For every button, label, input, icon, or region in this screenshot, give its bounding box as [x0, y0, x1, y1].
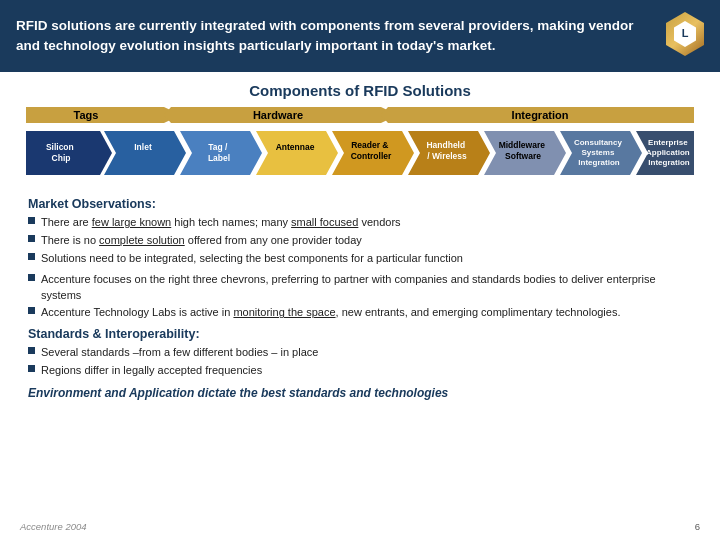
- underline-text-2: small focused: [291, 216, 358, 228]
- underline-text: few large known: [92, 216, 172, 228]
- underline-text-3: complete solution: [99, 234, 185, 246]
- header-section: RFID solutions are currently integrated …: [0, 0, 720, 72]
- logo-inner: L: [674, 21, 696, 47]
- underline-text-4: monitoring the space: [233, 306, 335, 318]
- bullet-icon-4: [28, 274, 35, 281]
- header-text: RFID solutions are currently integrated …: [16, 16, 640, 55]
- standards-bullet-1: Several standards –from a few different …: [28, 345, 692, 360]
- seg-antennae: [256, 131, 338, 175]
- logo-shape: L: [666, 12, 704, 56]
- content-area: Market Observations: There are few large…: [0, 183, 720, 400]
- arrow-diagram: Tags Hardware Integration Silicon Chip I…: [16, 105, 704, 181]
- cat-int-label: Integration: [512, 109, 569, 121]
- bullet-item: There are few large known high tech name…: [28, 215, 692, 230]
- bullet-item-2: There is no complete solution offered fr…: [28, 233, 692, 248]
- emphasis-text: Environment and Application dictate the …: [28, 386, 692, 400]
- bullet-item-4: Accenture focuses on the right three che…: [28, 272, 692, 303]
- bullet-icon-2: [28, 235, 35, 242]
- standards-bullet-2: Regions differ in legally accepted frequ…: [28, 363, 692, 378]
- header-logo: L: [662, 8, 708, 60]
- footer-company: Accenture 2004: [20, 521, 87, 532]
- standards-bullet-text-1: Several standards –from a few different …: [41, 345, 692, 360]
- standards-bullet-text-2: Regions differ in legally accepted frequ…: [41, 363, 692, 378]
- seg-handheld-label: Handheld / Wireless: [426, 140, 467, 161]
- seg-inlet: [104, 131, 186, 175]
- seg-enterprise-label: Enterprise Application Integration: [646, 138, 692, 167]
- cat-tags-label: Tags: [74, 109, 99, 121]
- bullet-item-5: Accenture Technology Labs is active in m…: [28, 305, 692, 320]
- bullet-icon: [28, 217, 35, 224]
- slide: RFID solutions are currently integrated …: [0, 0, 720, 540]
- seg-tag-label-text: Tag / Label: [208, 142, 230, 163]
- standards-heading: Standards & Interoperability:: [28, 327, 692, 341]
- bullet-text: There are few large known high tech name…: [41, 215, 692, 230]
- bullet-icon-7: [28, 365, 35, 372]
- bullet-icon-5: [28, 307, 35, 314]
- bullet-text-4: Accenture focuses on the right three che…: [41, 272, 692, 303]
- bullet-item-3: Solutions need to be integrated, selecti…: [28, 251, 692, 266]
- seg-antennae-label: Antennae: [276, 142, 315, 152]
- bullet-text-3: Solutions need to be integrated, selecti…: [41, 251, 692, 266]
- bullet-text-5: Accenture Technology Labs is active in m…: [41, 305, 692, 320]
- footer-page: 6: [695, 521, 700, 532]
- seg-middleware-label: Middleware Software: [499, 140, 548, 161]
- bullet-text-2: There is no complete solution offered fr…: [41, 233, 692, 248]
- cat-hw-label: Hardware: [253, 109, 303, 121]
- bullet-icon-3: [28, 253, 35, 260]
- seg-reader-controller-label: Reader & Controller: [351, 140, 392, 161]
- logo-letter: L: [682, 26, 689, 42]
- footer: Accenture 2004 6: [0, 521, 720, 532]
- diagram-svg: Tags Hardware Integration Silicon Chip I…: [16, 105, 704, 177]
- diagram-title: Components of RFID Solutions: [0, 82, 720, 99]
- seg-inlet-label: Inlet: [134, 142, 152, 152]
- market-observations-heading: Market Observations:: [28, 197, 692, 211]
- bullet-icon-6: [28, 347, 35, 354]
